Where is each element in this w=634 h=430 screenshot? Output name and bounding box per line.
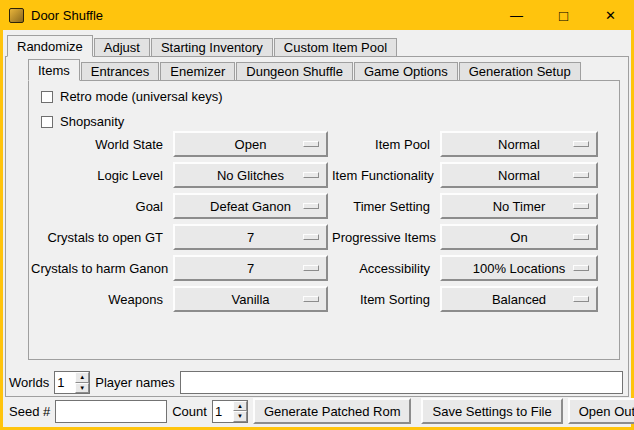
dropdown-indicator-icon — [303, 296, 319, 302]
open-output-directory-button[interactable]: Open Output Directory — [568, 398, 634, 424]
app-icon — [9, 8, 24, 23]
world-state-label: World State — [31, 137, 169, 152]
goal-value: Defeat Ganon — [210, 199, 291, 214]
close-button[interactable]: ✕ — [587, 0, 634, 30]
tab-adjust[interactable]: Adjust — [94, 38, 150, 57]
crystals-harm-ganon-label: Crystals to harm Ganon — [31, 261, 169, 276]
crystals-harm-ganon-dropdown[interactable]: 7 — [173, 255, 328, 281]
dropdown-indicator-icon — [303, 172, 319, 178]
progressive-items-label: Progressive Items — [332, 230, 436, 245]
count-spinbox: ▲ ▼ — [212, 400, 248, 423]
minimize-icon: — — [510, 8, 523, 23]
crystals-harm-ganon-value: 7 — [247, 261, 254, 276]
item-functionality-value: Normal — [498, 168, 540, 183]
world-state-dropdown[interactable]: Open — [173, 131, 328, 157]
progressive-items-dropdown[interactable]: On — [440, 224, 598, 250]
dropdown-indicator-icon — [303, 265, 319, 271]
shopsanity-checkbox[interactable]: Shopsanity — [41, 114, 124, 129]
worlds-input[interactable] — [55, 372, 75, 393]
player-names-label: Player names — [95, 375, 174, 390]
window-title: Door Shuffle — [31, 8, 103, 23]
worlds-spin-up-button[interactable]: ▲ — [75, 372, 89, 383]
timer-setting-label: Timer Setting — [332, 199, 436, 214]
tab-game-options[interactable]: Game Options — [354, 62, 458, 81]
seed-row: Seed # Count ▲ ▼ Generate Patched Rom Sa… — [9, 398, 623, 424]
accessibility-label: Accessibility — [332, 261, 436, 276]
dropdown-indicator-icon — [573, 296, 589, 302]
seed-input[interactable] — [55, 400, 167, 423]
tab-items[interactable]: Items — [28, 59, 80, 81]
inner-tab-bar: Items Entrances Enemizer Dungeon Shuffle… — [28, 59, 582, 81]
crystals-open-gt-dropdown[interactable]: 7 — [173, 224, 328, 250]
checkbox-icon — [41, 116, 53, 128]
logic-level-dropdown[interactable]: No Glitches — [173, 162, 328, 188]
worlds-row: Worlds ▲ ▼ Player names — [9, 371, 623, 394]
seed-label: Seed # — [9, 404, 50, 419]
dropdown-indicator-icon — [573, 234, 589, 240]
item-functionality-dropdown[interactable]: Normal — [440, 162, 598, 188]
titlebar: Door Shuffle — □ ✕ — [0, 0, 634, 30]
goal-dropdown[interactable]: Defeat Ganon — [173, 193, 328, 219]
dropdown-indicator-icon — [573, 203, 589, 209]
chevron-down-icon: ▼ — [237, 413, 243, 419]
worlds-label: Worlds — [9, 375, 49, 390]
accessibility-value: 100% Locations — [473, 261, 566, 276]
door-shuffle-window: Door Shuffle — □ ✕ Randomize Adjust Star… — [0, 0, 634, 430]
worlds-spinbox: ▲ ▼ — [54, 371, 90, 394]
count-input[interactable] — [213, 401, 233, 422]
chevron-up-icon: ▲ — [237, 403, 243, 409]
generate-patched-rom-button[interactable]: Generate Patched Rom — [253, 398, 412, 424]
item-functionality-label: Item Functionality — [332, 168, 436, 183]
dropdown-indicator-icon — [573, 265, 589, 271]
weapons-dropdown[interactable]: Vanilla — [173, 286, 328, 312]
count-spin-up-button[interactable]: ▲ — [233, 401, 247, 412]
window-controls: — □ ✕ — [493, 0, 634, 30]
chevron-down-icon: ▼ — [79, 385, 85, 391]
tab-randomize[interactable]: Randomize — [7, 35, 93, 57]
progressive-items-value: On — [510, 230, 527, 245]
items-panel: Retro mode (universal keys) Shopsanity W… — [28, 80, 620, 360]
tab-starting-inventory[interactable]: Starting Inventory — [151, 38, 273, 57]
dropdown-indicator-icon — [303, 234, 319, 240]
item-sorting-label: Item Sorting — [332, 292, 436, 307]
shopsanity-label: Shopsanity — [60, 114, 124, 129]
item-sorting-value: Balanced — [492, 292, 546, 307]
retro-mode-label: Retro mode (universal keys) — [60, 89, 223, 104]
timer-setting-value: No Timer — [493, 199, 546, 214]
tab-enemizer[interactable]: Enemizer — [160, 62, 235, 81]
dropdown-indicator-icon — [303, 141, 319, 147]
crystals-open-gt-value: 7 — [247, 230, 254, 245]
spin-arrows: ▲ ▼ — [75, 372, 89, 393]
maximize-button[interactable]: □ — [540, 0, 587, 30]
window-content: Randomize Adjust Starting Inventory Cust… — [3, 30, 631, 427]
minimize-button[interactable]: — — [493, 0, 540, 30]
retro-mode-checkbox[interactable]: Retro mode (universal keys) — [41, 89, 223, 104]
crystals-open-gt-label: Crystals to open GT — [31, 230, 169, 245]
tab-generation-setup[interactable]: Generation Setup — [459, 62, 581, 81]
save-settings-button[interactable]: Save Settings to File — [421, 398, 562, 424]
accessibility-dropdown[interactable]: 100% Locations — [440, 255, 598, 281]
item-pool-dropdown[interactable]: Normal — [440, 131, 598, 157]
dropdown-indicator-icon — [573, 172, 589, 178]
logic-level-value: No Glitches — [217, 168, 284, 183]
tab-custom-item-pool[interactable]: Custom Item Pool — [274, 38, 397, 57]
tab-dungeon-shuffle[interactable]: Dungeon Shuffle — [236, 62, 353, 81]
dropdown-indicator-icon — [573, 141, 589, 147]
count-spin-down-button[interactable]: ▼ — [233, 411, 247, 422]
tab-entrances[interactable]: Entrances — [81, 62, 160, 81]
options-grid: World State Open Item Pool Normal Logic … — [31, 131, 598, 312]
player-names-input[interactable] — [180, 371, 623, 394]
close-icon: ✕ — [605, 8, 616, 23]
main-tab-bar: Randomize Adjust Starting Inventory Cust… — [7, 35, 398, 57]
weapons-value: Vanilla — [231, 292, 269, 307]
maximize-icon: □ — [559, 7, 568, 24]
world-state-value: Open — [235, 137, 267, 152]
logic-level-label: Logic Level — [31, 168, 169, 183]
item-sorting-dropdown[interactable]: Balanced — [440, 286, 598, 312]
item-pool-label: Item Pool — [332, 137, 436, 152]
timer-setting-dropdown[interactable]: No Timer — [440, 193, 598, 219]
spin-arrows: ▲ ▼ — [233, 401, 247, 422]
count-label: Count — [172, 404, 207, 419]
chevron-up-icon: ▲ — [79, 374, 85, 380]
worlds-spin-down-button[interactable]: ▼ — [75, 383, 89, 394]
